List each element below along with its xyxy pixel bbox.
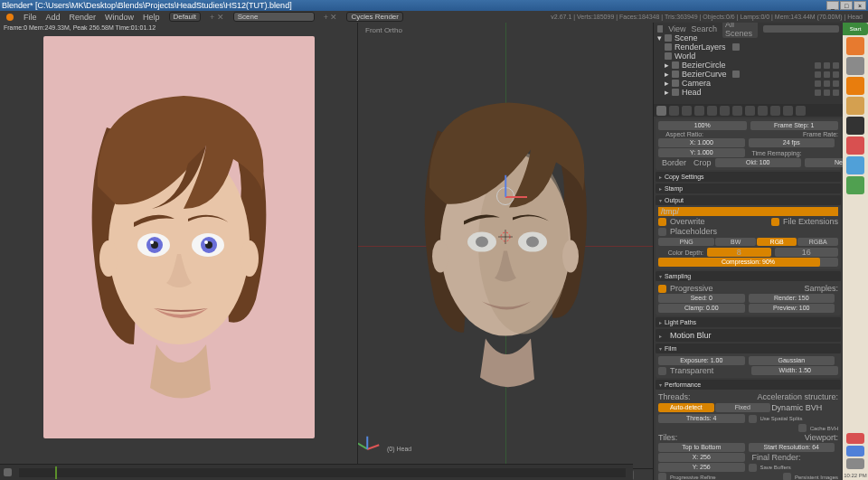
eye-icon[interactable] xyxy=(815,80,821,87)
start-resolution[interactable]: Start Resolution: 64 xyxy=(749,443,835,452)
select-icon[interactable] xyxy=(824,62,830,69)
eye-icon[interactable] xyxy=(815,62,821,69)
select-icon[interactable] xyxy=(824,80,830,87)
tab-particles[interactable] xyxy=(783,106,793,116)
close-button[interactable]: × xyxy=(854,1,866,10)
outliner-item[interactable]: ▸Head xyxy=(656,88,841,97)
taskbar-app-icon[interactable] xyxy=(846,97,864,115)
layout-dropdown[interactable]: Default xyxy=(169,12,201,22)
render-canvas[interactable] xyxy=(0,33,357,468)
bvh-type[interactable]: Dynamic BVH xyxy=(771,403,838,412)
render-icon[interactable] xyxy=(833,89,839,96)
remap-old[interactable]: Old: 100 xyxy=(715,158,802,167)
outliner-filter[interactable]: All Scenes xyxy=(722,23,758,38)
outliner-search-input[interactable] xyxy=(763,25,839,33)
render-icon[interactable] xyxy=(833,62,839,69)
start-button[interactable]: Start xyxy=(843,23,868,35)
menu-render[interactable]: Render xyxy=(70,13,97,22)
progressive-refine-checkbox[interactable] xyxy=(658,473,666,480)
outliner-item[interactable]: World xyxy=(656,52,841,61)
scene-selector[interactable]: Scene xyxy=(233,12,315,22)
clamp-input[interactable]: Clamp: 0.00 xyxy=(658,304,745,313)
render-icon[interactable] xyxy=(833,80,839,87)
remap-new[interactable]: New: 100 xyxy=(805,158,843,167)
tab-render[interactable] xyxy=(656,106,666,116)
tile-order[interactable]: Top to Bottom xyxy=(658,443,745,452)
menu-help[interactable]: Help xyxy=(143,13,160,22)
tab-world[interactable] xyxy=(694,106,704,116)
panel-sampling[interactable]: Sampling xyxy=(656,271,841,281)
outliner-item[interactable]: ▸Camera xyxy=(656,79,841,88)
outliner-menu-view[interactable]: View xyxy=(668,24,685,33)
tile-x[interactable]: X: 256 xyxy=(658,453,745,462)
seed-input[interactable]: Seed: 0 xyxy=(658,294,745,303)
taskbar-tray-icon[interactable] xyxy=(846,433,864,444)
taskbar-app-icon[interactable] xyxy=(846,176,864,194)
save-buffers-checkbox[interactable] xyxy=(749,464,757,472)
file-extensions-checkbox[interactable] xyxy=(771,218,779,226)
panel-output[interactable]: Output xyxy=(656,195,841,205)
maximize-button[interactable]: □ xyxy=(840,1,853,10)
frame-step[interactable]: Frame Step: 1 xyxy=(750,121,839,130)
outliner-menu-search[interactable]: Search xyxy=(692,24,718,33)
taskbar-tray-icon[interactable] xyxy=(846,458,864,469)
filter-selector[interactable]: Gaussian xyxy=(749,356,835,365)
aspect-y[interactable]: Y: 1.000 xyxy=(658,148,745,157)
transparent-checkbox[interactable] xyxy=(658,367,666,375)
tab-scene[interactable] xyxy=(682,106,692,116)
select-icon[interactable] xyxy=(824,71,830,78)
taskbar-blender-icon[interactable] xyxy=(846,77,864,95)
render-icon[interactable] xyxy=(833,71,839,78)
outliner-item[interactable]: RenderLayers xyxy=(656,42,841,52)
menu-window[interactable]: Window xyxy=(105,13,134,22)
format-selector[interactable]: PNG xyxy=(658,238,714,246)
gizmo-x-axis[interactable] xyxy=(505,196,527,198)
render-samples[interactable]: Render: 150 xyxy=(749,294,835,303)
tab-constraints[interactable] xyxy=(720,106,730,116)
aspect-x[interactable]: X: 1.000 xyxy=(658,138,745,147)
render-engine-dropdown[interactable]: Cycles Render xyxy=(346,12,402,22)
taskbar-app-icon[interactable] xyxy=(846,156,864,174)
timeline-track[interactable] xyxy=(19,468,626,477)
resolution-percent[interactable]: 100% xyxy=(658,121,747,130)
progressive-checkbox[interactable] xyxy=(658,285,666,293)
taskbar-firefox-icon[interactable] xyxy=(846,37,864,55)
taskbar-clock[interactable]: 10:22 PM xyxy=(844,471,867,480)
eye-icon[interactable] xyxy=(815,89,821,96)
timeline-playhead[interactable] xyxy=(55,466,57,479)
exposure-input[interactable]: Exposure: 1.00 xyxy=(658,356,745,365)
timeline-icon[interactable] xyxy=(4,468,12,476)
properties-panel[interactable]: 100% Frame Step: 1 Aspect Ratio: Frame R… xyxy=(654,117,843,480)
tab-material[interactable] xyxy=(758,106,768,116)
panel-motion-blur[interactable]: Motion Blur xyxy=(656,329,841,342)
preview-samples[interactable]: Preview: 100 xyxy=(749,304,835,313)
fps-selector[interactable]: 24 fps xyxy=(749,138,835,147)
timeline[interactable] xyxy=(0,464,633,480)
gizmo-z-axis[interactable] xyxy=(505,175,506,197)
tab-render-layers[interactable] xyxy=(669,106,679,116)
spatial-splits-checkbox[interactable] xyxy=(749,415,757,423)
overwrite-checkbox[interactable] xyxy=(658,218,666,226)
tab-physics[interactable] xyxy=(796,106,806,116)
threads-fixed[interactable]: Fixed xyxy=(715,403,771,412)
taskbar-app-icon[interactable] xyxy=(846,136,864,155)
persistent-images-checkbox[interactable] xyxy=(783,473,791,480)
taskbar-app-icon[interactable] xyxy=(846,117,864,135)
minimize-button[interactable]: _ xyxy=(826,1,839,10)
tab-object[interactable] xyxy=(707,106,717,116)
menu-file[interactable]: File xyxy=(24,13,37,22)
taskbar-tray-icon[interactable] xyxy=(846,446,864,456)
outliner-icon[interactable] xyxy=(657,25,663,33)
cache-bvh-checkbox[interactable] xyxy=(798,424,807,432)
panel-stamp[interactable]: Stamp xyxy=(656,184,841,193)
eye-icon[interactable] xyxy=(815,71,821,78)
output-path[interactable]: /tmp/ xyxy=(658,207,838,216)
select-icon[interactable] xyxy=(824,89,830,96)
color-bw[interactable]: BW xyxy=(715,238,756,246)
panel-performance[interactable]: Performance xyxy=(656,380,841,390)
panel-copy-settings[interactable]: Copy Settings xyxy=(656,172,841,182)
depth-8[interactable]: 8 xyxy=(707,248,771,257)
depth-16[interactable]: 16 xyxy=(775,248,839,257)
threads-count[interactable]: Threads: 4 xyxy=(658,414,745,423)
tile-y[interactable]: Y: 256 xyxy=(658,463,745,472)
